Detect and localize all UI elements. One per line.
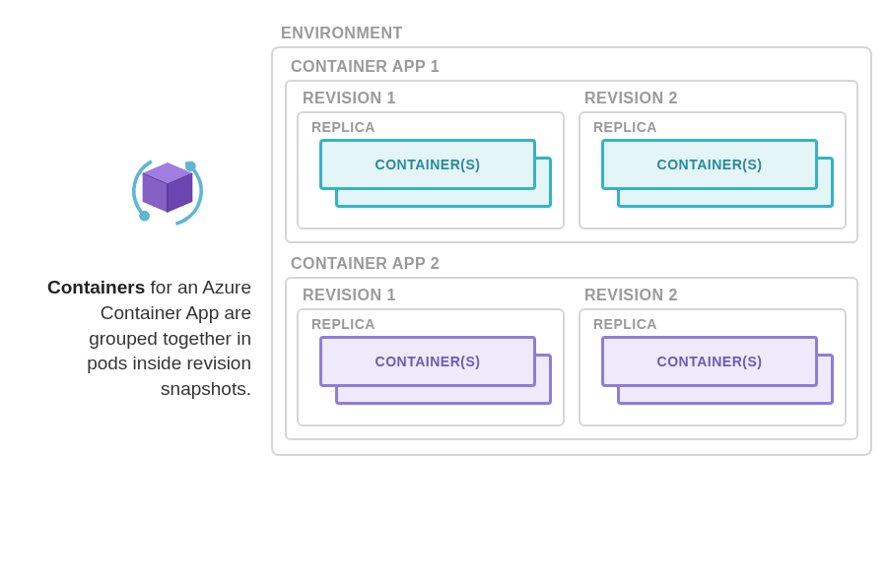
environment-label: ENVIRONMENT (281, 25, 872, 42)
container-stack: CONTAINER(S) (319, 336, 552, 407)
container-card-front: CONTAINER(S) (319, 336, 536, 387)
container-stack: CONTAINER(S) (319, 139, 552, 210)
svg-point-9 (139, 211, 150, 222)
revision-label: REVISION 1 (303, 90, 565, 107)
container-app-2: REVISION 1 REPLICA CONTAINER(S) REVISION… (285, 277, 858, 440)
container-apps-icon (15, 147, 251, 235)
revision-label: REVISION 2 (584, 287, 847, 304)
replica-label: REPLICA (593, 119, 836, 135)
revision-box: REPLICA CONTAINER(S) (579, 308, 847, 426)
app-2-revision-2: REVISION 2 REPLICA CONTAINER(S) (579, 287, 847, 426)
app-1-revision-1: REVISION 1 REPLICA CONTAINER(S) (297, 90, 565, 229)
replica-label: REPLICA (593, 316, 836, 332)
revision-label: REVISION 1 (303, 287, 565, 304)
sidebar: Containers for an Azure Container App ar… (15, 147, 271, 401)
description-bold: Containers (47, 277, 145, 297)
container-app-1: REVISION 1 REPLICA CONTAINER(S) REVISION… (285, 80, 858, 243)
revision-box: REPLICA CONTAINER(S) (297, 308, 565, 426)
container-stack: CONTAINER(S) (601, 139, 834, 210)
description-text: Containers for an Azure Container App ar… (44, 275, 251, 401)
container-card-front: CONTAINER(S) (319, 139, 536, 190)
replica-label: REPLICA (311, 316, 554, 332)
environment-box: CONTAINER APP 1 REVISION 1 REPLICA CONTA… (271, 46, 872, 456)
container-card-front: CONTAINER(S) (601, 139, 818, 190)
container-stack: CONTAINER(S) (601, 336, 834, 407)
revision-label: REVISION 2 (584, 90, 847, 107)
svg-point-8 (185, 162, 196, 172)
app-2-revision-1: REVISION 1 REPLICA CONTAINER(S) (297, 287, 565, 426)
revision-box: REPLICA CONTAINER(S) (297, 111, 565, 229)
diagram: ENVIRONMENT CONTAINER APP 1 REVISION 1 R… (271, 10, 872, 578)
app-1-revision-2: REVISION 2 REPLICA CONTAINER(S) (579, 90, 847, 229)
app-2-label: CONTAINER APP 2 (291, 255, 858, 273)
revision-box: REPLICA CONTAINER(S) (579, 111, 847, 229)
replica-label: REPLICA (311, 119, 554, 135)
container-card-front: CONTAINER(S) (601, 336, 818, 387)
app-1-label: CONTAINER APP 1 (291, 58, 858, 76)
